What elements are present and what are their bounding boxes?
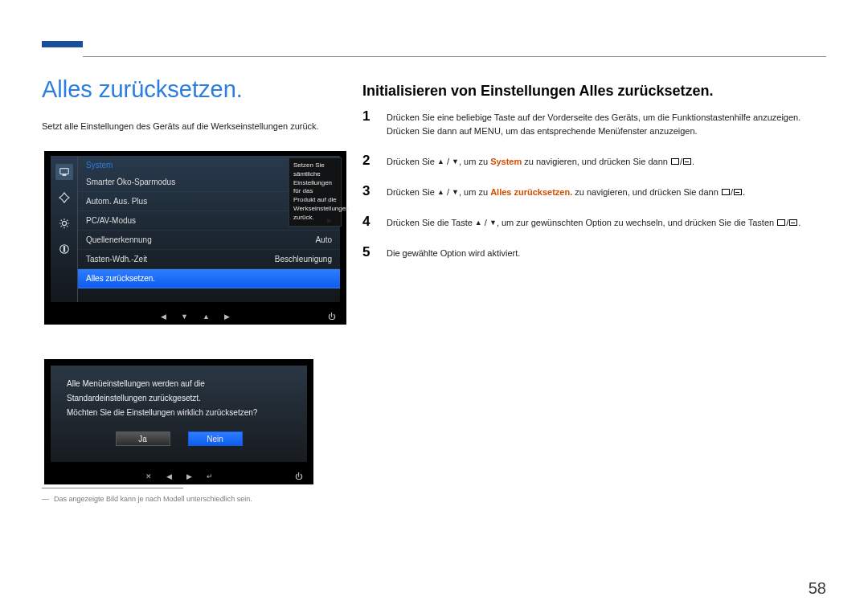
step-2: 2 Drücken Sie ▲ / ▼, um zu System zu nav…	[362, 153, 826, 169]
confirm-line: Standardeinstellungen zurückgesetzt.	[67, 391, 291, 406]
svg-point-2	[62, 221, 66, 225]
osd-confirm-nav-bar: ✕ ◀ ▶ ↵ ⏻	[44, 468, 313, 484]
up-arrow-glyph: ▲	[437, 188, 444, 196]
down-arrow-glyph: ▼	[452, 157, 459, 166]
button-glyph	[777, 219, 785, 226]
osd-row-keyrepeat: Tasten-Wdh.-Zeit Beschleunigung	[78, 250, 340, 269]
footnote-rule	[42, 488, 183, 488]
step-text: Drücken Sie eine beliebige Taste auf der…	[387, 108, 826, 138]
menu-keyword: MENU	[474, 126, 501, 136]
confirm-yes-button: Ja	[116, 431, 170, 446]
osd-nav-bar: ◀ ▼ ▲ ▶ ⏻	[44, 309, 346, 325]
page-number: 58	[809, 579, 826, 598]
down-arrow-glyph: ▼	[452, 188, 459, 196]
step-number: 5	[362, 244, 374, 260]
osd-row-label: Quellenerkennung	[86, 235, 152, 244]
procedure-heading: Initialisieren von Einstellungen Alles z…	[362, 83, 713, 100]
power-icon: ⏻	[328, 313, 335, 321]
step-number: 3	[362, 183, 374, 199]
adjust-icon	[55, 190, 73, 206]
up-arrow-glyph: ▲	[475, 219, 482, 227]
info-icon	[55, 241, 73, 257]
page-description: Setzt alle Einstellungen des Geräts auf …	[42, 121, 319, 131]
nav-left-icon: ◀	[161, 313, 166, 321]
osd-menu-screenshot: System Smarter Öko-Sparmodus Aus▶ Autom.…	[44, 151, 346, 309]
up-arrow-glyph: ▲	[437, 157, 444, 166]
osd-row-label: Smarter Öko-Sparmodus	[86, 178, 175, 186]
svg-rect-0	[59, 169, 68, 174]
step-text: Drücken Sie ▲ / ▼, um zu System zu navig…	[387, 153, 694, 169]
step-number: 2	[362, 153, 374, 169]
osd-row-label: Alles zurücksetzen.	[86, 274, 155, 283]
confirm-no-button: Nein	[188, 431, 243, 446]
svg-rect-4	[63, 248, 64, 251]
close-icon: ✕	[145, 472, 152, 480]
footnote: ―Das angezeigte Bild kann je nach Modell…	[42, 495, 252, 503]
nav-right-icon: ▶	[186, 472, 192, 480]
osd-confirm-screenshot: Alle Menüeinstellungen werden auf die St…	[44, 359, 313, 468]
confirm-text: Alle Menüeinstellungen werden auf die St…	[67, 377, 291, 420]
svg-rect-1	[63, 175, 66, 176]
osd-row-value: Auto	[315, 235, 332, 244]
header-rule	[83, 56, 826, 57]
page-title: Alles zurücksetzen.	[42, 76, 243, 103]
osd-row-label: Tasten-Wdh.-Zeit	[86, 255, 147, 264]
header-accent-bar	[42, 41, 83, 47]
osd-row-label: Autom. Aus. Plus	[86, 197, 147, 206]
osd-row-source: Quellenerkennung Auto	[78, 231, 340, 250]
step-5: 5 Die gewählte Option wird aktiviert.	[362, 244, 826, 260]
svg-rect-5	[63, 247, 64, 247]
button-glyph	[722, 189, 730, 195]
system-keyword: System	[490, 157, 522, 166]
gear-icon	[55, 215, 73, 231]
nav-left-icon: ◀	[166, 472, 172, 480]
osd-tooltip: Setzen Sie sämtliche Einstellungen für d…	[289, 157, 342, 227]
procedure-steps: 1 Drücken Sie eine beliebige Taste auf d…	[362, 108, 826, 275]
osd-row-value: Beschleunigung	[275, 255, 332, 264]
step-1: 1 Drücken Sie eine beliebige Taste auf d…	[362, 108, 826, 138]
osd-sidebar	[51, 156, 78, 302]
confirm-line: Möchten Sie die Einstellungen wirklich z…	[67, 406, 291, 420]
confirm-line: Alle Menüeinstellungen werden auf die	[67, 377, 291, 391]
step-text: Drücken Sie die Taste ▲ / ▼, um zur gewü…	[387, 214, 800, 230]
nav-down-icon: ▼	[181, 313, 188, 321]
monitor-icon	[55, 164, 73, 180]
step-text: Die gewählte Option wird aktiviert.	[387, 244, 520, 260]
nav-right-icon: ▶	[224, 313, 230, 321]
step-text: Drücken Sie ▲ / ▼, um zu Alles zurückset…	[387, 183, 745, 199]
enter-glyph	[683, 158, 691, 165]
down-arrow-glyph: ▼	[489, 219, 497, 227]
reset-keyword: Alles zurücksetzen.	[490, 187, 572, 197]
enter-glyph	[734, 189, 742, 195]
button-glyph	[671, 158, 679, 165]
step-4: 4 Drücken Sie die Taste ▲ / ▼, um zur ge…	[362, 214, 826, 230]
enter-glyph	[789, 219, 797, 226]
step-number: 4	[362, 214, 374, 230]
step-number: 1	[362, 108, 374, 125]
power-icon: ⏻	[295, 472, 302, 480]
enter-icon: ↵	[207, 472, 213, 480]
osd-row-label: PC/AV-Modus	[86, 216, 136, 225]
osd-row-reset-all: Alles zurücksetzen.	[78, 269, 340, 288]
nav-up-icon: ▲	[203, 313, 210, 321]
step-3: 3 Drücken Sie ▲ / ▼, um zu Alles zurücks…	[362, 183, 826, 199]
